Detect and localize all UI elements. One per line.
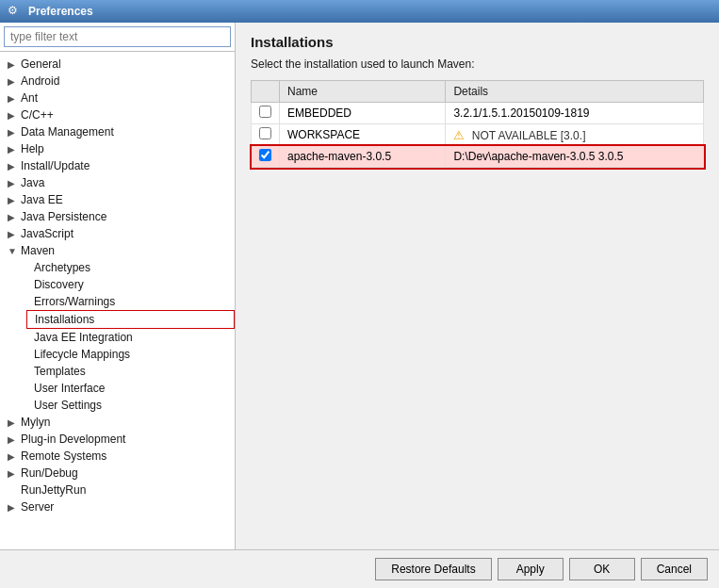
maven-children: Archetypes Discovery Errors/Warnings Ins… [0, 259, 235, 414]
panel-subtitle: Select the installation used to launch M… [251, 57, 704, 71]
sidebar: ▶General ▶Android ▶Ant ▶C/C++ ▶Data Mana… [0, 23, 236, 549]
row-checkbox-workspace[interactable] [252, 124, 280, 146]
cancel-button[interactable]: Cancel [641, 558, 708, 580]
table-row: EMBEDDED 3.2.1/1.5.1.20150109-1819 [252, 103, 704, 124]
sidebar-item-errors-warnings[interactable]: Errors/Warnings [26, 293, 235, 310]
content-panel: Installations Select the installation us… [236, 23, 719, 549]
row-details-workspace: ⚠ NOT AVAILABLE [3.0.] [446, 124, 704, 146]
sidebar-item-discovery[interactable]: Discovery [26, 276, 235, 293]
col-name: Name [280, 81, 446, 103]
checkbox-apache[interactable] [259, 149, 271, 161]
sidebar-item-lifecycle-mappings[interactable]: Lifecycle Mappings [26, 346, 235, 363]
dialog-buttons: Restore Defaults Apply OK Cancel [0, 549, 719, 588]
sidebar-item-plugin-development[interactable]: ▶Plug-in Development [0, 431, 235, 448]
restore-defaults-button[interactable]: Restore Defaults [375, 558, 491, 580]
not-available-text: NOT AVAILABLE [3.0.] [472, 129, 586, 142]
sidebar-item-user-settings[interactable]: User Settings [26, 397, 235, 414]
sidebar-item-templates[interactable]: Templates [26, 363, 235, 380]
apply-button[interactable]: Apply [498, 558, 564, 580]
ok-button[interactable]: OK [569, 558, 635, 580]
search-input[interactable] [4, 26, 231, 47]
row-details-apache: D:\Dev\apache-maven-3.0.5 3.0.5 [446, 146, 704, 168]
row-checkbox-apache[interactable] [252, 146, 280, 168]
col-details: Details [446, 81, 704, 103]
row-name-workspace: WORKSPACE [280, 124, 446, 146]
main-area: ▶General ▶Android ▶Ant ▶C/C++ ▶Data Mana… [0, 23, 719, 549]
sidebar-item-run-jetty-run[interactable]: ▶RunJettyRun [0, 482, 235, 498]
table-row: WORKSPACE ⚠ NOT AVAILABLE [3.0.] [252, 124, 704, 146]
title-bar: ⚙ Preferences [0, 0, 719, 23]
checkbox-workspace[interactable] [259, 127, 271, 139]
filter-input-wrap [0, 23, 235, 52]
col-checkbox [252, 81, 280, 103]
title-bar-text: Preferences [28, 5, 93, 18]
sidebar-item-general[interactable]: ▶General [0, 56, 235, 73]
row-name-embedded: EMBEDDED [280, 103, 446, 124]
sidebar-item-java-ee[interactable]: ▶Java EE [0, 191, 235, 208]
sidebar-item-user-interface[interactable]: User Interface [26, 380, 235, 397]
checkbox-embedded[interactable] [259, 106, 271, 118]
row-details-embedded: 3.2.1/1.5.1.20150109-1819 [446, 103, 704, 124]
sidebar-item-server[interactable]: ▶Server [0, 498, 235, 515]
sidebar-item-maven[interactable]: ▼Maven [0, 242, 235, 259]
sidebar-item-installations[interactable]: Installations [26, 310, 235, 329]
panel-title: Installations [251, 34, 704, 50]
sidebar-item-run-debug[interactable]: ▶Run/Debug [0, 465, 235, 482]
sidebar-item-help[interactable]: ▶Help [0, 140, 235, 157]
row-checkbox-embedded[interactable] [252, 103, 280, 124]
installations-table: Name Details EMBEDDED 3.2.1/1.5.1.201501… [251, 80, 704, 168]
row-name-apache: apache-maven-3.0.5 [280, 146, 446, 168]
sidebar-item-java-ee-integration[interactable]: Java EE Integration [26, 329, 235, 346]
tree: ▶General ▶Android ▶Ant ▶C/C++ ▶Data Mana… [0, 52, 235, 549]
sidebar-item-archetypes[interactable]: Archetypes [26, 259, 235, 276]
preferences-icon: ⚙ [8, 4, 23, 19]
sidebar-item-android[interactable]: ▶Android [0, 73, 235, 90]
table-row-highlighted: apache-maven-3.0.5 D:\Dev\apache-maven-3… [252, 146, 704, 168]
sidebar-item-java[interactable]: ▶Java [0, 174, 235, 191]
sidebar-item-install-update[interactable]: ▶Install/Update [0, 157, 235, 174]
sidebar-item-cpp[interactable]: ▶C/C++ [0, 106, 235, 123]
sidebar-item-javascript[interactable]: ▶JavaScript [0, 225, 235, 242]
sidebar-item-ant[interactable]: ▶Ant [0, 90, 235, 106]
sidebar-item-mylyn[interactable]: ▶Mylyn [0, 414, 235, 431]
sidebar-item-java-persistence[interactable]: ▶Java Persistence [0, 208, 235, 225]
preferences-dialog: ▶General ▶Android ▶Ant ▶C/C++ ▶Data Mana… [0, 23, 719, 588]
sidebar-item-remote-systems[interactable]: ▶Remote Systems [0, 448, 235, 465]
warning-icon: ⚠ [453, 128, 465, 142]
sidebar-item-data-management[interactable]: ▶Data Management [0, 123, 235, 140]
